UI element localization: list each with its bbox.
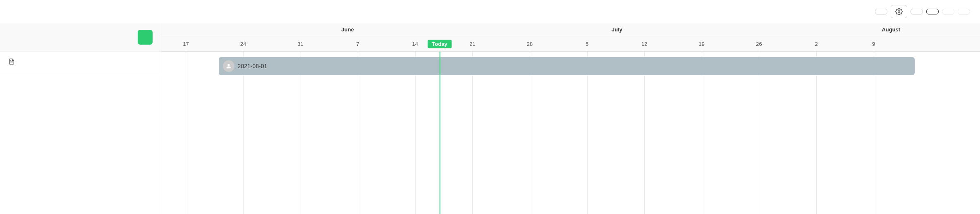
month-row: JuneJulyAugust (161, 23, 980, 36)
add-project-button[interactable] (138, 30, 153, 45)
toolbar-actions (862, 5, 970, 18)
top-bar (0, 0, 980, 23)
gantt-bar-row: 2021-08-01 (161, 52, 980, 81)
week-label: 12 (641, 41, 647, 47)
weeks-button[interactable] (926, 9, 939, 14)
week-label: 21 (469, 41, 475, 47)
project-icon (8, 58, 15, 67)
gear-icon (895, 8, 903, 15)
gantt-header: JuneJulyAugust 1724317142128512192629Tod… (161, 23, 980, 52)
week-label: 28 (527, 41, 533, 47)
export-button[interactable] (875, 9, 887, 14)
avatar (223, 60, 234, 72)
project-title-row (8, 58, 153, 67)
month-label: July (612, 26, 622, 33)
settings-button[interactable] (891, 5, 907, 18)
week-label: 24 (240, 41, 246, 47)
svg-point-3 (227, 64, 229, 66)
today-line (440, 52, 440, 214)
content-area: JuneJulyAugust 1724317142128512192629Tod… (0, 23, 980, 214)
week-label: 9 (872, 41, 875, 47)
gantt-body: 2021-08-01 (161, 52, 980, 214)
month-label: June (342, 26, 354, 33)
svg-point-0 (898, 10, 900, 12)
gantt-bar-label: 2021-08-01 (238, 63, 268, 69)
today-button[interactable] (911, 9, 923, 14)
week-label: 14 (412, 41, 418, 47)
breadcrumb (10, 11, 862, 12)
month-label: August (882, 26, 900, 33)
months-button[interactable] (942, 9, 954, 14)
week-label: 19 (699, 41, 705, 47)
project-item[interactable] (0, 52, 161, 75)
week-label: 26 (756, 41, 762, 47)
week-label: 2 (815, 41, 817, 47)
quarters-button[interactable] (958, 9, 970, 14)
week-label: 17 (183, 41, 189, 47)
today-badge[interactable]: Today (428, 40, 452, 48)
left-panel-header (0, 23, 161, 52)
week-label: 7 (356, 41, 359, 47)
give-feedback-button[interactable] (862, 9, 872, 14)
week-label: 5 (586, 41, 588, 47)
gantt-panel: JuneJulyAugust 1724317142128512192629Tod… (161, 23, 980, 214)
week-label: 31 (297, 41, 303, 47)
left-panel (0, 23, 161, 214)
gantt-bar[interactable]: 2021-08-01 (219, 57, 915, 75)
week-row: 1724317142128512192629Today (161, 36, 980, 51)
